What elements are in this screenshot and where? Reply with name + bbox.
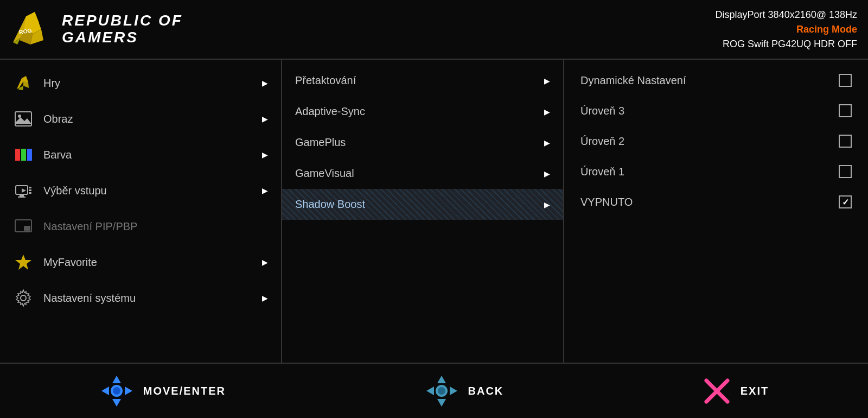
dpad-move-icon [99,373,135,409]
option-dynamic[interactable]: Dynamické Nastavení [564,65,868,96]
footer-back-action: BACK [424,373,504,409]
submenu-label-gameplus: GamePlus [295,136,346,149]
middle-panel: Přetaktování ▶ Adaptive-Sync ▶ GamePlus … [282,60,564,363]
footer-exit-action: EXIT [702,376,769,406]
svg-marker-35 [437,399,446,407]
move-enter-label: MOVE/ENTER [143,385,226,397]
rog-icon [13,73,34,93]
sidebar-label-vyber: Výběr vstupu [43,185,252,197]
sidebar-item-barva[interactable]: Barva ▶ [0,137,281,173]
header: ROG REPUBLIC OF GAMERS DisplayPort 3840x… [0,0,868,60]
sidebar-item-obraz[interactable]: Obraz ▶ [0,101,281,137]
option-level2[interactable]: Úroveň 2 [564,126,868,156]
svg-marker-13 [15,117,31,124]
arrow-icon-pretaktovani: ▶ [544,77,550,85]
arrow-icon-system: ▶ [262,294,268,302]
svg-marker-29 [112,399,121,407]
sidebar-label-hry: Hry [43,77,252,90]
main-content: Hry ▶ Obraz ▶ [0,60,868,364]
brand-text: REPUBLIC OF GAMERS [62,12,183,46]
sidebar-label-obraz: Obraz [43,113,252,125]
checkbox-level1[interactable] [839,165,852,178]
option-off[interactable]: VYPNUTO [564,187,868,217]
exit-label: EXIT [741,385,769,397]
svg-marker-37 [450,387,457,395]
sidebar-label-barva: Barva [43,149,252,161]
sidebar-item-pip[interactable]: Nastavení PIP/PBP [0,208,281,244]
svg-rect-16 [27,149,32,161]
submenu-item-shadow-boost[interactable]: Shadow Boost ▶ [282,189,563,220]
svg-point-33 [113,387,120,395]
submenu-item-pretaktovani[interactable]: Přetaktování ▶ [282,65,563,96]
svg-rect-18 [20,194,24,197]
svg-marker-9 [23,81,29,88]
svg-point-39 [438,387,445,395]
arrow-icon-adaptive: ▶ [544,107,550,116]
sidebar-item-myfavorite[interactable]: MyFavorite ▶ [0,244,281,280]
submenu-item-adaptive[interactable]: Adaptive-Sync ▶ [282,96,563,127]
rog-logo-icon: ROG [11,8,54,51]
option-label-level3: Úroveň 3 [580,105,624,117]
submenu-label-gamevisual: GameVisual [295,167,354,180]
svg-point-27 [21,295,26,301]
submenu-label-shadow-boost: Shadow Boost [295,198,365,211]
pip-icon [13,216,34,237]
sidebar-item-vyber[interactable]: Výběr vstupu ▶ [0,173,281,208]
arrow-icon-vyber: ▶ [262,186,268,195]
svg-rect-15 [21,149,26,161]
sidebar-label-myfavorite: MyFavorite [43,256,252,269]
arrow-icon-shadow-boost: ▶ [544,200,550,209]
color-icon [13,144,34,165]
star-icon [13,252,34,273]
option-level1[interactable]: Úroveň 1 [564,156,868,187]
header-info: DisplayPort 3840x2160@ 138Hz Racing Mode… [716,8,857,52]
checkbox-off[interactable] [839,195,852,208]
sidebar-item-hry[interactable]: Hry ▶ [0,65,281,101]
option-label-dynamic: Dynamické Nastavení [580,74,686,87]
footer-move-action: MOVE/ENTER [99,373,226,409]
option-level3[interactable]: Úroveň 3 [564,96,868,126]
arrow-icon-obraz: ▶ [262,115,268,123]
header-model-info: ROG Swift PG42UQ HDR OFF [716,37,857,52]
svg-rect-14 [15,149,20,161]
footer: MOVE/ENTER BACK EXIT [0,364,868,418]
svg-marker-23 [22,188,26,193]
svg-rect-21 [29,189,31,191]
svg-rect-11 [15,112,31,126]
arrow-icon-barva: ▶ [262,150,268,159]
checkbox-level3[interactable] [839,104,852,117]
svg-marker-30 [101,387,109,395]
input-icon [13,180,34,201]
exit-x-icon [702,376,732,406]
checkbox-dynamic[interactable] [839,74,852,87]
submenu-item-gameplus[interactable]: GamePlus ▶ [282,127,563,158]
checkbox-level2[interactable] [839,135,852,148]
sidebar-label-system: Nastavení systému [43,292,252,305]
svg-marker-26 [15,255,31,270]
brand-gamers: GAMERS [62,29,183,46]
back-label: BACK [468,385,504,397]
submenu-label-pretaktovani: Přetaktování [295,74,356,87]
header-display-info: DisplayPort 3840x2160@ 138Hz [716,8,857,22]
left-panel: Hry ▶ Obraz ▶ [0,60,282,363]
svg-rect-25 [24,226,30,231]
svg-marker-36 [426,387,434,395]
logo-section: ROG REPUBLIC OF GAMERS [11,8,183,51]
svg-rect-22 [29,192,31,194]
brand-republic: REPUBLIC OF [62,12,183,29]
arrow-icon-gameplus: ▶ [544,138,550,147]
arrow-icon-gamevisual: ▶ [544,169,550,178]
svg-marker-34 [437,376,446,383]
right-panel: Dynamické Nastavení Úroveň 3 Úroveň 2 Úr… [564,60,868,363]
submenu-item-gamevisual[interactable]: GameVisual ▶ [282,158,563,189]
option-label-off: VYPNUTO [580,196,633,208]
svg-marker-28 [112,376,121,383]
sidebar-item-system[interactable]: Nastavení systému ▶ [0,280,281,316]
svg-rect-20 [29,187,31,188]
svg-marker-31 [125,387,132,395]
submenu-label-adaptive: Adaptive-Sync [295,105,365,118]
dpad-back-icon [424,373,459,409]
arrow-icon-myfavorite: ▶ [262,258,268,267]
header-racing-mode: Racing Mode [716,22,857,37]
settings-icon [13,288,34,308]
